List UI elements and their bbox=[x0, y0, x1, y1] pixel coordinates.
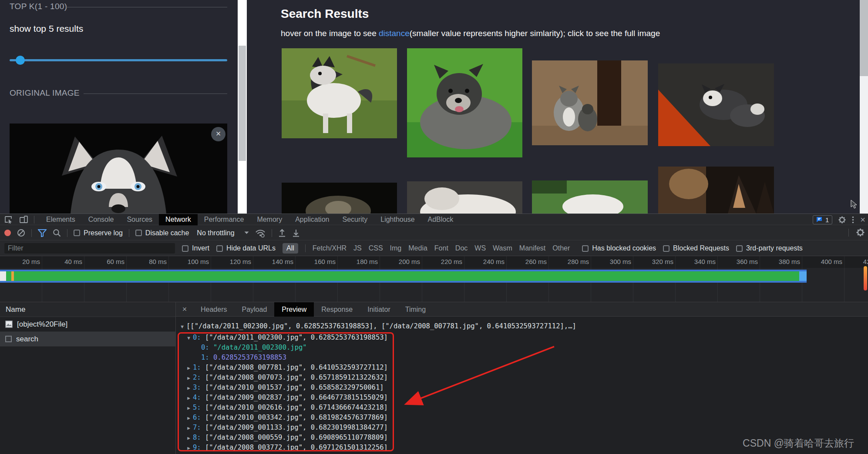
original-image[interactable] bbox=[10, 124, 227, 214]
page-scrollbar[interactable] bbox=[860, 0, 868, 214]
tab-elements[interactable]: Elements bbox=[40, 214, 82, 225]
detail-tab-timing[interactable]: Timing bbox=[398, 302, 433, 317]
preview-item-5[interactable]: ▶5: ["/data/2010_002616.jpg", 0.67143666… bbox=[176, 403, 388, 413]
detail-close-icon[interactable]: × bbox=[176, 305, 193, 314]
preview-item-1[interactable]: ▶1: ["/data/2008_007781.jpg", 0.64105325… bbox=[176, 363, 388, 373]
third-party-requests-toggle[interactable]: 3rd-party requests bbox=[736, 244, 803, 252]
collapsed-triangle-icon[interactable]: ▶ bbox=[185, 373, 193, 383]
disable-cache-toggle[interactable]: Disable cache bbox=[135, 229, 189, 237]
expanded-triangle-icon[interactable]: ▼ bbox=[178, 322, 186, 332]
disable-cache-checkbox[interactable] bbox=[135, 230, 142, 236]
filter-type-other[interactable]: Other bbox=[552, 244, 570, 252]
preview-item-4[interactable]: ▶4: ["/data/2009_002837.jpg", 0.66467738… bbox=[176, 393, 388, 403]
tab-lighthouse[interactable]: Lighthouse bbox=[374, 214, 421, 225]
detail-tab-initiator[interactable]: Initiator bbox=[360, 302, 397, 317]
preview-item-2[interactable]: ▶2: ["/data/2008_007073.jpg", 0.65718591… bbox=[176, 373, 388, 383]
tab-sources[interactable]: Sources bbox=[120, 214, 159, 225]
invert-toggle[interactable]: Invert bbox=[182, 244, 209, 252]
throttling-select[interactable]: No throttling bbox=[197, 229, 249, 237]
filter-input[interactable] bbox=[4, 243, 175, 254]
tab-memory[interactable]: Memory bbox=[250, 214, 289, 225]
preview-item-9[interactable]: ▶9: ["/data/2008_003772.jpg", 0.69712615… bbox=[176, 443, 388, 453]
overview-scroll-indicator[interactable] bbox=[864, 266, 867, 290]
issues-badge[interactable]: 1 bbox=[813, 215, 832, 224]
hide-data-urls-toggle[interactable]: Hide data URLs bbox=[216, 244, 276, 252]
collapsed-triangle-icon[interactable]: ▶ bbox=[185, 443, 193, 453]
has-blocked-cookies-toggle[interactable]: Has blocked cookies bbox=[582, 244, 656, 252]
network-settings-gear-icon[interactable] bbox=[856, 228, 865, 237]
export-har-icon[interactable] bbox=[292, 229, 300, 237]
filter-type-media[interactable]: Media bbox=[408, 244, 427, 252]
device-toolbar-icon[interactable] bbox=[19, 216, 28, 224]
app-scrollbar-thumb[interactable] bbox=[239, 46, 246, 161]
preview-item-3[interactable]: ▶3: ["/data/2010_001537.jpg", 0.65858232… bbox=[176, 383, 384, 393]
filter-type-css[interactable]: CSS bbox=[369, 244, 383, 252]
tab-performance[interactable]: Performance bbox=[198, 214, 251, 225]
result-image-3[interactable] bbox=[532, 60, 648, 145]
preview-item-8[interactable]: ▶8: ["/data/2008_000559.jpg", 0.69089651… bbox=[176, 433, 388, 443]
app-scrollbar[interactable] bbox=[238, 0, 247, 214]
clear-icon[interactable] bbox=[17, 229, 25, 237]
preserve-log-toggle[interactable]: Preserve log bbox=[74, 229, 123, 237]
remove-image-button[interactable]: × bbox=[211, 127, 225, 141]
collapsed-triangle-icon[interactable]: ▶ bbox=[185, 433, 193, 443]
preview-item-0-child-0[interactable]: 0: "/data/2011_002300.jpg" bbox=[176, 343, 307, 353]
result-image-6[interactable] bbox=[407, 181, 522, 214]
result-image-8[interactable] bbox=[658, 167, 774, 214]
collapsed-triangle-icon[interactable]: ▶ bbox=[185, 423, 193, 433]
invert-checkbox[interactable] bbox=[182, 245, 188, 252]
filter-type-manifest[interactable]: Manifest bbox=[519, 244, 545, 252]
collapsed-triangle-icon[interactable]: ▶ bbox=[185, 393, 193, 403]
detail-tab-response[interactable]: Response bbox=[314, 302, 360, 317]
blocked-requests-checkbox[interactable] bbox=[663, 245, 670, 252]
search-icon[interactable] bbox=[53, 229, 61, 237]
detail-tab-preview[interactable]: Preview bbox=[274, 302, 314, 317]
preview-item-0[interactable]: ▼0: ["/data/2011_002300.jpg", 0.62852537… bbox=[176, 333, 388, 343]
inspect-element-icon[interactable] bbox=[4, 216, 13, 224]
top-k-slider-thumb[interactable] bbox=[16, 56, 25, 65]
tab-application[interactable]: Application bbox=[289, 214, 336, 225]
collapsed-triangle-icon[interactable]: ▶ bbox=[185, 413, 193, 423]
blocked-requests-toggle[interactable]: Blocked Requests bbox=[663, 244, 729, 252]
top-k-slider-track[interactable] bbox=[10, 59, 227, 61]
expanded-triangle-icon[interactable]: ▼ bbox=[185, 333, 193, 343]
preserve-log-checkbox[interactable] bbox=[74, 230, 80, 236]
page-scrollbar-thumb[interactable] bbox=[860, 0, 868, 76]
filter-type-doc[interactable]: Doc bbox=[455, 244, 468, 252]
filter-type-wasm[interactable]: Wasm bbox=[493, 244, 512, 252]
collapsed-triangle-icon[interactable]: ▶ bbox=[185, 383, 193, 393]
name-column-header[interactable]: Name bbox=[0, 302, 175, 317]
result-image-2[interactable] bbox=[407, 48, 522, 157]
filter-type-fetch-xhr[interactable]: Fetch/XHR bbox=[313, 244, 347, 252]
filter-type-font[interactable]: Font bbox=[434, 244, 448, 252]
devtools-close-icon[interactable]: × bbox=[860, 215, 865, 224]
network-conditions-icon[interactable] bbox=[255, 229, 266, 237]
filter-type-img[interactable]: Img bbox=[390, 244, 402, 252]
import-har-icon[interactable] bbox=[278, 229, 286, 237]
result-image-4[interactable] bbox=[658, 63, 774, 146]
filter-funnel-icon[interactable] bbox=[38, 229, 47, 237]
record-icon[interactable] bbox=[4, 230, 11, 236]
filter-type-js[interactable]: JS bbox=[353, 244, 362, 252]
collapsed-triangle-icon[interactable]: ▶ bbox=[185, 403, 193, 413]
preview-item-0-child-1[interactable]: 1: 0.6285253763198853 bbox=[176, 353, 286, 363]
settings-gear-icon[interactable] bbox=[838, 216, 846, 224]
network-overview[interactable] bbox=[0, 268, 868, 302]
filter-type-ws[interactable]: WS bbox=[474, 244, 486, 252]
request-row-object-file[interactable]: [object%20File] bbox=[0, 317, 175, 332]
result-image-7[interactable] bbox=[532, 180, 648, 214]
detail-tab-headers[interactable]: Headers bbox=[193, 302, 234, 317]
result-image-1[interactable] bbox=[282, 48, 397, 138]
tab-adblock[interactable]: AdBlock bbox=[421, 214, 460, 225]
third-party-requests-checkbox[interactable] bbox=[736, 245, 743, 252]
preview-item-6[interactable]: ▶6: ["/data/2010_003342.jpg", 0.68198245… bbox=[176, 413, 388, 423]
hide-data-urls-checkbox[interactable] bbox=[216, 245, 223, 252]
tab-console[interactable]: Console bbox=[82, 214, 121, 225]
filter-type-all[interactable]: All bbox=[283, 243, 298, 254]
tab-security[interactable]: Security bbox=[336, 214, 374, 225]
preview-item-7[interactable]: ▶7: ["/data/2009_001133.jpg", 0.68230199… bbox=[176, 423, 388, 433]
more-options-kebab-icon[interactable] bbox=[852, 216, 854, 224]
tab-network[interactable]: Network bbox=[159, 214, 198, 225]
collapsed-triangle-icon[interactable]: ▶ bbox=[185, 363, 193, 373]
distance-link[interactable]: distance bbox=[379, 29, 410, 38]
